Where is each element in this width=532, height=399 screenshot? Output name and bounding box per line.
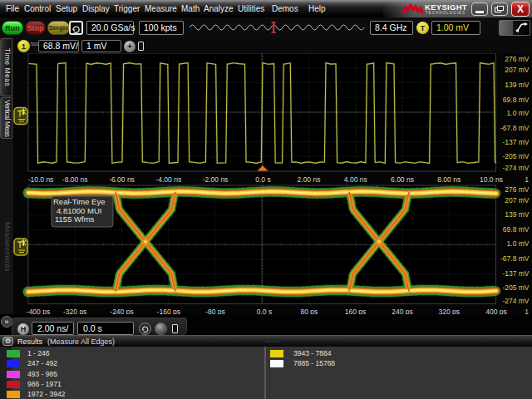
svg-text:1.0 mV: 1.0 mV bbox=[507, 239, 530, 248]
svg-text:69.8 mV: 69.8 mV bbox=[503, 96, 530, 104]
svg-text:-205 mV: -205 mV bbox=[502, 152, 529, 160]
svg-text:1: 1 bbox=[525, 175, 529, 184]
svg-text:207 mV: 207 mV bbox=[505, 196, 530, 204]
svg-text:-274 mV: -274 mV bbox=[502, 164, 529, 172]
svg-text:-4.00 ns: -4.00 ns bbox=[155, 175, 181, 184]
svg-text:-10.0 ns: -10.0 ns bbox=[28, 175, 54, 184]
svg-text:-67.8 mV: -67.8 mV bbox=[500, 124, 530, 132]
svg-text:139 mV: 139 mV bbox=[505, 81, 530, 89]
svg-text:4.81000 MUI: 4.81000 MUI bbox=[57, 206, 101, 215]
svg-text:-2.00 ns: -2.00 ns bbox=[203, 175, 229, 184]
svg-text:-8.00 ns: -8.00 ns bbox=[62, 175, 88, 184]
svg-text:6.00 ns: 6.00 ns bbox=[391, 175, 414, 184]
svg-text:1155 Wfms: 1155 Wfms bbox=[55, 214, 95, 224]
svg-text:139 mV: 139 mV bbox=[505, 210, 530, 219]
svg-text:0.0 s: 0.0 s bbox=[255, 175, 270, 184]
svg-text:-205 mV: -205 mV bbox=[502, 283, 529, 292]
svg-text:-67.8 mV: -67.8 mV bbox=[500, 254, 530, 263]
svg-text:2.00 ns: 2.00 ns bbox=[298, 175, 321, 184]
svg-text:276 mV: 276 mV bbox=[505, 185, 530, 194]
svg-text:10.0 ns: 10.0 ns bbox=[480, 175, 503, 184]
svg-text:207 mV: 207 mV bbox=[505, 66, 530, 74]
svg-text:Real-Time Eye: Real-Time Eye bbox=[53, 197, 105, 206]
svg-text:-274 mV: -274 mV bbox=[502, 297, 529, 305]
svg-text:1.0 mV: 1.0 mV bbox=[507, 109, 530, 117]
svg-text:-137 mV: -137 mV bbox=[502, 269, 529, 278]
svg-text:8.00 ns: 8.00 ns bbox=[437, 175, 461, 184]
svg-text:-6.00 ns: -6.00 ns bbox=[109, 175, 135, 184]
svg-text:4.00 ns: 4.00 ns bbox=[344, 175, 367, 184]
svg-text:276 mV: 276 mV bbox=[505, 55, 530, 63]
svg-text:-137 mV: -137 mV bbox=[502, 138, 529, 146]
svg-text:69.8 mV: 69.8 mV bbox=[503, 225, 530, 234]
